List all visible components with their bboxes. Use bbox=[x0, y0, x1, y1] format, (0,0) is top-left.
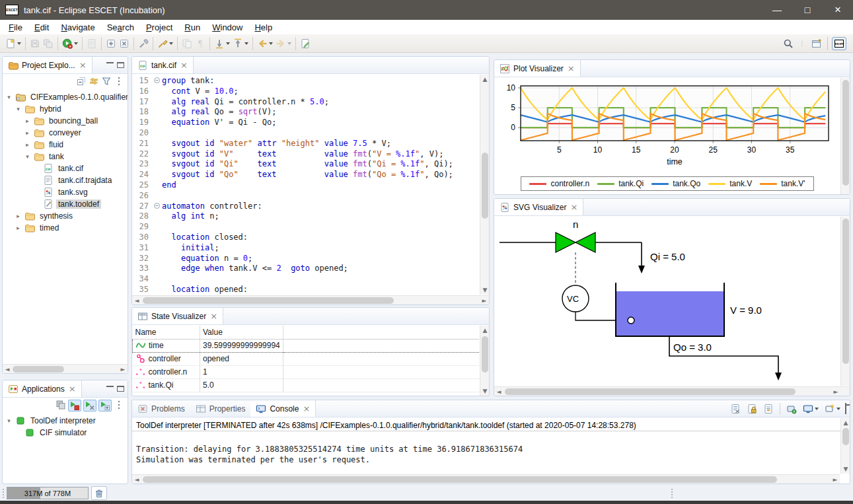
close-icon[interactable]: × bbox=[570, 202, 577, 212]
escet-perspective-button[interactable]: ESCET bbox=[832, 37, 846, 50]
forward-history-button[interactable] bbox=[274, 38, 293, 50]
close-button[interactable]: × bbox=[823, 0, 853, 20]
code-line-28[interactable]: 28 alg int n; bbox=[132, 211, 479, 222]
code-line-20[interactable]: 20 bbox=[132, 128, 479, 139]
scroll-down-icon[interactable]: ▼ bbox=[841, 464, 850, 474]
filter-button[interactable] bbox=[101, 76, 112, 89]
console-hscrollbar[interactable]: ◄ ► bbox=[132, 474, 840, 484]
tree-item-conveyer[interactable]: ▸conveyer bbox=[3, 127, 128, 139]
tree-item-tank-svg[interactable]: tank.svg bbox=[3, 186, 128, 198]
state-vscrollbar[interactable]: ▲ ▼ bbox=[480, 326, 489, 396]
maximize-view-icon[interactable] bbox=[117, 386, 124, 392]
search-button[interactable] bbox=[782, 38, 795, 50]
menu-edit[interactable]: Edit bbox=[28, 22, 55, 33]
linked-button[interactable] bbox=[89, 76, 99, 89]
tab-state-visualizer[interactable]: State Visualizer × bbox=[132, 308, 223, 324]
termstop-button[interactable] bbox=[68, 400, 81, 412]
code-line-29[interactable]: 29 bbox=[132, 222, 479, 233]
code-line-26[interactable]: 26 bbox=[132, 191, 479, 201]
scroll-up-icon[interactable]: ▲ bbox=[480, 75, 490, 84]
code-line-21[interactable]: 21 svgout id "water" attr "height" value… bbox=[132, 139, 479, 149]
menu-help[interactable]: Help bbox=[248, 22, 278, 33]
run-tooldef-script-button[interactable] bbox=[61, 38, 79, 50]
state-row-controller-n[interactable]: controller.n1 bbox=[133, 365, 480, 378]
code-line-31[interactable]: 31 initial; bbox=[132, 243, 479, 254]
tree-collapsed-icon[interactable]: ▸ bbox=[24, 118, 31, 124]
tree-item-cifexamples-0-1-0-qualifier[interactable]: ▾CIFExamples-0.1.0.qualifier bbox=[3, 91, 128, 103]
termnew-button[interactable] bbox=[98, 400, 112, 412]
state-row-controller[interactable]: controlleropened bbox=[133, 352, 480, 365]
dropdown-arrow-icon[interactable] bbox=[244, 42, 248, 45]
close-icon[interactable]: × bbox=[79, 60, 87, 70]
code-line-18[interactable]: 18 alg real Qo = sqrt(V); bbox=[132, 107, 479, 118]
dropdown-arrow-icon[interactable] bbox=[226, 42, 230, 45]
tree-expanded-icon[interactable]: ▾ bbox=[5, 94, 13, 100]
back-history-button[interactable] bbox=[256, 38, 274, 50]
code-line-30[interactable]: 30 location closed: bbox=[132, 233, 479, 243]
column-header-value[interactable]: Value bbox=[200, 326, 283, 339]
monitor-button[interactable] bbox=[801, 403, 820, 415]
build-button[interactable] bbox=[85, 38, 98, 50]
menu-project[interactable]: Project bbox=[140, 22, 178, 33]
code-line-17[interactable]: 17 alg real Qi = controller.n * 5.0; bbox=[132, 97, 479, 108]
code-line-24[interactable]: 24 svgout id "Qo" text value fmt("Qo = %… bbox=[132, 170, 479, 180]
maximize-view-icon[interactable] bbox=[117, 62, 124, 68]
tree-item-tank-cif[interactable]: CIFtank.cif bbox=[3, 162, 128, 174]
tree-item-hybrid[interactable]: ▾hybrid bbox=[3, 103, 128, 115]
tree-item-cif-simulator[interactable]: CIF simulator bbox=[3, 427, 128, 439]
tree-collapsed-icon[interactable]: ▸ bbox=[24, 129, 31, 136]
tree-item-bouncing-ball[interactable]: ▸bouncing_ball bbox=[3, 115, 128, 127]
fold-collapse-icon[interactable]: − bbox=[152, 201, 162, 212]
tree-item-fluid[interactable]: ▸fluid bbox=[3, 139, 128, 151]
scroll-up-icon[interactable]: ▲ bbox=[841, 418, 850, 427]
last-edit-location-button[interactable] bbox=[299, 38, 312, 50]
scroll-down-icon[interactable]: ▼ bbox=[480, 386, 490, 396]
tree-item-tank-tooldef[interactable]: tank.tooldef bbox=[3, 198, 128, 210]
scroll-left-icon[interactable]: ◄ bbox=[132, 475, 141, 484]
console-output[interactable]: Transition: delaying for 3.1883805325514… bbox=[132, 432, 840, 474]
tree-collapsed-icon[interactable]: ▸ bbox=[24, 141, 31, 148]
tree-expanded-icon[interactable]: ▾ bbox=[15, 106, 22, 112]
close-icon[interactable]: × bbox=[303, 404, 310, 414]
kebab-button[interactable] bbox=[114, 76, 124, 89]
scroll-right-icon[interactable]: ► bbox=[831, 387, 840, 396]
column-header-name[interactable]: Name bbox=[133, 326, 200, 339]
scroll-up-icon[interactable]: ▲ bbox=[480, 326, 490, 335]
scroll-down-icon[interactable]: ▼ bbox=[480, 285, 490, 295]
code-line-35[interactable]: 35 location opened: bbox=[132, 285, 479, 295]
menu-run[interactable]: Run bbox=[178, 22, 206, 33]
lockcons-button[interactable] bbox=[745, 403, 759, 415]
state-row-time[interactable]: time39.599999999999994 bbox=[133, 339, 480, 352]
termx-button[interactable] bbox=[83, 400, 96, 412]
close-icon[interactable]: × bbox=[180, 60, 188, 70]
scroll-right-icon[interactable]: ► bbox=[118, 365, 128, 374]
compare-button[interactable] bbox=[180, 38, 194, 50]
external-tools-button[interactable] bbox=[137, 38, 150, 50]
tab-console[interactable]: Console× bbox=[250, 400, 316, 417]
scroll-right-icon[interactable]: ► bbox=[831, 475, 840, 484]
scroll-left-icon[interactable]: ◄ bbox=[494, 387, 503, 396]
code-line-25[interactable]: 25end bbox=[132, 180, 479, 191]
fold-collapse-icon[interactable]: − bbox=[152, 76, 162, 87]
code-line-32[interactable]: 32 equation n = 0; bbox=[132, 254, 479, 264]
next-annotation-button[interactable] bbox=[213, 38, 231, 50]
dropdown-arrow-icon[interactable] bbox=[269, 42, 273, 45]
tree-collapsed-icon[interactable]: ▸ bbox=[15, 225, 22, 231]
run-garbage-collector-button[interactable] bbox=[91, 486, 107, 500]
editor-vscrollbar[interactable]: ▲ ▼ bbox=[480, 75, 489, 295]
code-line-34[interactable]: 34 bbox=[132, 274, 479, 285]
clearcons-button[interactable] bbox=[729, 403, 742, 415]
newcons-button[interactable] bbox=[823, 403, 842, 415]
tree-item-tank-cif-trajdata[interactable]: tank.cif.trajdata bbox=[3, 174, 128, 186]
add-marker-button[interactable] bbox=[104, 38, 118, 50]
tab-applications[interactable]: Applications × bbox=[3, 380, 82, 397]
dropdown-arrow-icon[interactable] bbox=[169, 42, 173, 45]
console-vscrollbar[interactable]: ▲ ▼ bbox=[840, 418, 850, 474]
pincons-button[interactable] bbox=[785, 403, 798, 415]
dropdown-arrow-icon[interactable] bbox=[287, 42, 291, 45]
tab-svg-visualizer[interactable]: SVG Visualizer × bbox=[494, 199, 583, 215]
maximize-button[interactable]: □ bbox=[792, 0, 823, 20]
menu-navigate[interactable]: Navigate bbox=[55, 22, 100, 33]
tab-tank-cif-editor[interactable]: CIF tank.cif × bbox=[132, 57, 194, 73]
previous-annotation-button[interactable] bbox=[231, 38, 250, 50]
